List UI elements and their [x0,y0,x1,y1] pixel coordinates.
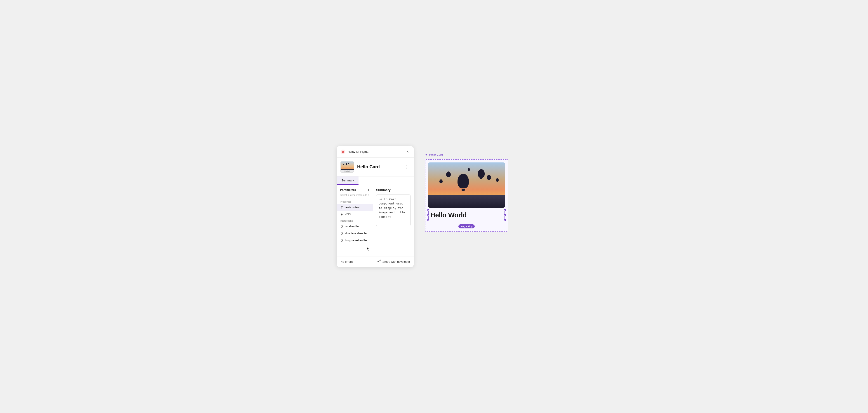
no-errors-label: No errors [340,260,352,263]
balloon-right [478,169,485,179]
tabs-row: Summary [337,177,414,185]
component-header-left: Hello World Hello Card [340,161,380,172]
canvas-label: ✦ Hello Card [425,153,443,157]
summary-textarea[interactable] [376,194,410,226]
handle-bl [428,219,429,221]
cursor-area [337,246,373,253]
share-label: Share with developer [382,260,410,263]
svg-line-8 [379,260,380,261]
canvas-card: Hello World [428,162,505,220]
relay-logo-icon [340,149,345,154]
text-icon: T [340,205,344,209]
balloon-scene [428,162,505,208]
hug-badge: Hug × Hug [458,224,475,228]
tap-icon [340,225,344,228]
hug-badge-wrapper: Hug × Hug [458,223,475,228]
svg-point-6 [378,261,379,262]
card-title-text: Hello World [430,211,467,219]
sidebar-section-header: Parameters + [337,188,373,194]
summary-section-label: Summary [376,188,410,192]
scene-ground [428,195,505,208]
thumb-balloon-2 [348,163,349,164]
canvas: ✦ Hello Card [418,146,531,239]
color-label: color [345,213,351,216]
share-icon [377,260,381,264]
handle-tl [428,209,429,211]
canvas-component-name: Hello Card [429,153,443,156]
panel-sidebar: Parameters + Select a layer first to add… [337,185,373,256]
balloon-small-1 [496,178,499,182]
tab-summary[interactable]: Summary [337,177,359,185]
share-button[interactable]: Share with developer [377,260,410,264]
close-button[interactable]: × [405,149,410,154]
component-name: Hello Card [357,164,380,169]
panel: Relay for Figma × Hello World Hello Card… [337,146,414,267]
card-title-box: Hello World [428,210,505,220]
card-image [428,162,505,208]
sidebar-item-color[interactable]: ◈ color [337,211,373,218]
parameters-label: Parameters [340,188,356,192]
text-content-label: text-content [345,206,360,209]
svg-line-9 [379,262,380,262]
screen: Relay for Figma × Hello World Hello Card… [337,146,531,267]
svg-point-1 [343,151,344,151]
component-thumbnail: Hello World [340,161,354,172]
panel-header-left: Relay for Figma [340,149,368,154]
thumb-balloon-3 [343,164,344,165]
longpress-handler-label: longpress-handler [345,239,367,242]
doubletap-icon [340,231,344,235]
component-header: Hello World Hello Card ⋮ [337,158,414,177]
sidebar-hint: Select a layer first to add a [337,194,373,199]
handle-br [504,219,506,221]
sidebar-item-text-content[interactable]: T text-content [337,204,373,211]
handle-tr [504,209,506,211]
balloon-far-right [487,175,491,180]
svg-point-0 [341,150,345,154]
component-icon: ✦ [425,153,428,157]
thumb-balloon-1 [346,163,347,165]
longpress-icon [340,239,344,243]
sidebar-item-tap-handler[interactable]: tap-handler [337,223,373,230]
color-icon: ◈ [340,212,344,216]
panel-header: Relay for Figma × [337,146,414,158]
sidebar-item-longpress-handler[interactable]: longpress-handler [337,237,373,244]
card-title-area: Hello World [428,210,505,220]
handle-ml [428,214,429,216]
panel-footer: No errors Share with developer [337,256,414,267]
doubletap-handler-label: doubletap-handler [345,232,367,235]
thumb-text: Hello World [341,170,354,172]
balloon-main [458,174,469,191]
panel-body: Parameters + Select a layer first to add… [337,185,414,256]
handle-mr [504,214,506,216]
app-title: Relay for Figma [348,150,368,153]
canvas-card-wrapper: Hello World [428,162,505,228]
mouse-cursor [366,246,370,253]
svg-point-7 [380,262,381,263]
properties-group-label: Properties [337,199,373,204]
balloon-top [468,168,470,171]
panel-content: Summary [373,185,414,256]
balloon-small-2 [439,180,442,183]
tap-handler-label: tap-handler [345,225,359,228]
interactions-group-label: Interactions [337,218,373,223]
sidebar-item-doubletap-handler[interactable]: doubletap-handler [337,230,373,237]
more-button[interactable]: ⋮ [402,164,410,170]
balloon-left [446,171,451,177]
svg-point-5 [380,260,381,261]
thumb-sky [341,162,354,169]
add-parameter-button[interactable]: + [368,188,370,192]
canvas-frame: Hello World [425,159,508,231]
